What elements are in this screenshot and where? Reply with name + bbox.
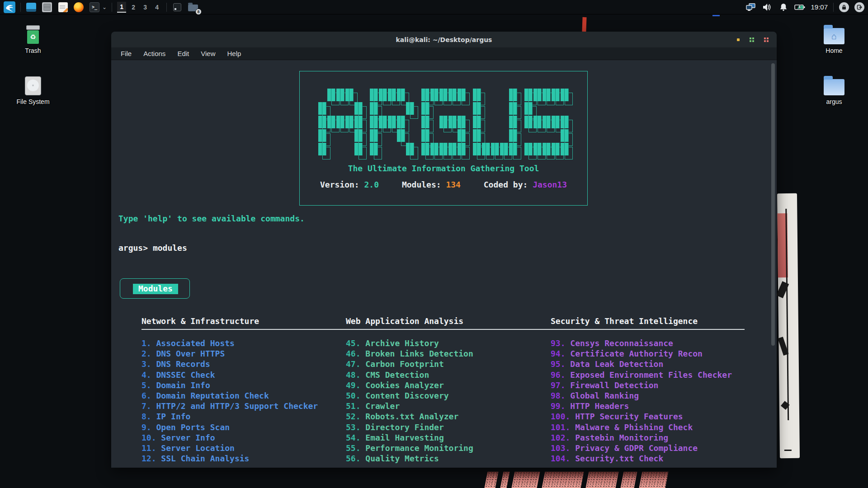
menu-file[interactable]: File bbox=[117, 48, 136, 59]
desktop-icon-argus[interactable]: argus bbox=[812, 75, 856, 105]
panel-separator bbox=[166, 3, 167, 12]
battery-charging-icon[interactable] bbox=[794, 2, 805, 13]
desktop-icon-label: File System bbox=[11, 98, 55, 105]
module-item: 55. Performance Monitoring bbox=[346, 443, 473, 453]
column-header: Security & Threat Intelligence bbox=[551, 316, 753, 326]
wallpaper-art-fragment bbox=[712, 15, 720, 16]
workspace-button-3[interactable]: 3 bbox=[141, 2, 150, 13]
module-item: 104. Security.txt Check bbox=[551, 453, 732, 464]
panel-separator bbox=[833, 3, 834, 12]
module-item: 95. Data Leak Detection bbox=[551, 359, 732, 369]
kali-menu-icon[interactable] bbox=[4, 1, 15, 13]
text-editor-icon[interactable] bbox=[57, 2, 68, 13]
panel-separator bbox=[20, 3, 21, 12]
maximize-button[interactable] bbox=[750, 38, 754, 42]
module-item: 11. Server Location bbox=[142, 443, 318, 453]
help-hint-text: Type 'help' to see available commands. bbox=[118, 214, 305, 223]
module-item: 10. Server Info bbox=[142, 432, 318, 443]
kali-dragon-glyph bbox=[5, 3, 14, 12]
workspace-button-4[interactable]: 4 bbox=[152, 2, 161, 13]
module-item: 99. HTTP Headers bbox=[551, 401, 732, 411]
wallpaper-art-blocks bbox=[486, 472, 667, 488]
terminal-window: kali@kali: ~/Desktop/argus FileActionsEd… bbox=[111, 32, 777, 468]
minimize-button[interactable] bbox=[737, 38, 740, 41]
window-menubar: FileActionsEditViewHelp bbox=[111, 47, 777, 60]
modules-badge: Modules bbox=[133, 284, 178, 294]
launcher-dropdown-chevron-icon[interactable]: ⌄ bbox=[102, 4, 107, 10]
scrollbar-track[interactable] bbox=[770, 62, 776, 466]
scrollbar-thumb[interactable] bbox=[771, 63, 775, 346]
module-column-2: Web Application Analysis45. Archive Hist… bbox=[346, 316, 548, 326]
lock-screen-button[interactable] bbox=[839, 2, 849, 12]
version-label: Version: bbox=[320, 180, 359, 189]
volume-icon[interactable] bbox=[762, 2, 773, 13]
logout-icon bbox=[857, 5, 862, 10]
module-item: 96. Exposed Environment Files Checker bbox=[551, 370, 732, 380]
firefox-icon[interactable] bbox=[73, 2, 84, 13]
module-item: 8. IP Info bbox=[142, 411, 318, 422]
version-value: 2.0 bbox=[364, 180, 379, 189]
logo-letter-G bbox=[421, 89, 466, 155]
terminal-launcher-icon[interactable]: >_ bbox=[89, 2, 100, 13]
module-item: 100. HTTP Security Features bbox=[551, 411, 732, 422]
menu-view[interactable]: View bbox=[197, 48, 219, 59]
workspace-button-1[interactable]: 1 bbox=[117, 2, 126, 13]
module-item: 53. Directory Finder bbox=[346, 422, 473, 432]
notifications-bell-icon[interactable] bbox=[778, 2, 789, 13]
desktop-icon-trash[interactable]: ♻ Trash bbox=[11, 23, 55, 54]
argus-banner-box: The Ultimate Information Gathering Tool … bbox=[299, 71, 588, 206]
terminal-content: The Ultimate Information Gathering Tool … bbox=[111, 60, 777, 468]
prompt-line: argus> modules bbox=[118, 243, 187, 253]
window-title: kali@kali: ~/Desktop/argus bbox=[396, 36, 492, 43]
trash-icon: ♻ bbox=[25, 25, 41, 44]
desktop-icon-file-system[interactable]: File System bbox=[11, 75, 55, 105]
module-item: 47. Carbon Footprint bbox=[346, 359, 473, 369]
module-item: 1. Associated Hosts bbox=[142, 338, 318, 348]
desktop-icon-label: Home bbox=[812, 47, 856, 54]
module-item: 98. Global Ranking bbox=[551, 390, 732, 401]
module-item: 51. Crawler bbox=[346, 401, 473, 411]
desktop-icon-label: Trash bbox=[11, 47, 55, 54]
workspace-button-2[interactable]: 2 bbox=[129, 2, 138, 13]
menu-help[interactable]: Help bbox=[223, 48, 245, 59]
column-header: Web Application Analysis bbox=[346, 316, 548, 326]
module-item: 56. Quality Metrics bbox=[346, 453, 473, 464]
top-panel: >_ ⌄ 1234 8 bbox=[0, 0, 868, 14]
menu-edit[interactable]: Edit bbox=[173, 48, 193, 59]
column-header: Network & Infrastructure bbox=[142, 316, 344, 326]
logout-button[interactable] bbox=[854, 2, 864, 12]
module-item: 4. DNSSEC Check bbox=[142, 370, 318, 380]
display-settings-icon[interactable] bbox=[745, 2, 756, 13]
module-item: 101. Malware & Phishing Check bbox=[551, 422, 732, 432]
menu-actions[interactable]: Actions bbox=[139, 48, 170, 59]
module-item: 46. Broken Links Detection bbox=[346, 348, 473, 359]
module-item: 3. DNS Records bbox=[142, 359, 318, 369]
desktop-window-button[interactable] bbox=[172, 2, 183, 13]
house-glyph: ⌂ bbox=[831, 32, 837, 41]
argus-version-line: Version: 2.0 Modules: 134 Coded by: Jaso… bbox=[300, 180, 587, 189]
module-item: 6. Domain Reputation Check bbox=[142, 390, 318, 401]
file-manager-icon[interactable] bbox=[42, 2, 52, 13]
modules-label: Modules: bbox=[402, 180, 441, 189]
logo-letter-U bbox=[473, 89, 517, 155]
panel-separator bbox=[112, 3, 112, 12]
author-name: Jason13 bbox=[533, 180, 567, 189]
hard-drive-icon bbox=[25, 76, 41, 95]
file-manager-window-button[interactable]: 8 bbox=[188, 2, 198, 13]
module-column-3: Security & Threat Intelligence93. Censys… bbox=[551, 316, 753, 326]
window-titlebar[interactable]: kali@kali: ~/Desktop/argus bbox=[111, 32, 777, 47]
close-button[interactable] bbox=[764, 38, 769, 42]
home-folder-icon: ⌂ bbox=[824, 28, 844, 44]
show-desktop-icon[interactable] bbox=[26, 2, 37, 13]
desktop-icon-home[interactable]: ⌂ Home bbox=[812, 23, 856, 54]
logo-letter-S bbox=[524, 89, 569, 155]
module-item: 9. Open Ports Scan bbox=[142, 422, 318, 432]
module-item: 97. Firewall Detection bbox=[551, 380, 732, 390]
workspace-switcher: 1234 bbox=[117, 2, 161, 13]
module-item: 52. Robots.txt Analyzer bbox=[346, 411, 473, 422]
logo-letter-A bbox=[318, 89, 363, 155]
clock[interactable]: 19:07 bbox=[811, 3, 828, 11]
module-item: 49. Cookies Analyzer bbox=[346, 380, 473, 390]
wallpaper-poster-edge bbox=[777, 193, 800, 458]
module-columns: Network & Infrastructure1. Associated Ho… bbox=[142, 316, 750, 465]
